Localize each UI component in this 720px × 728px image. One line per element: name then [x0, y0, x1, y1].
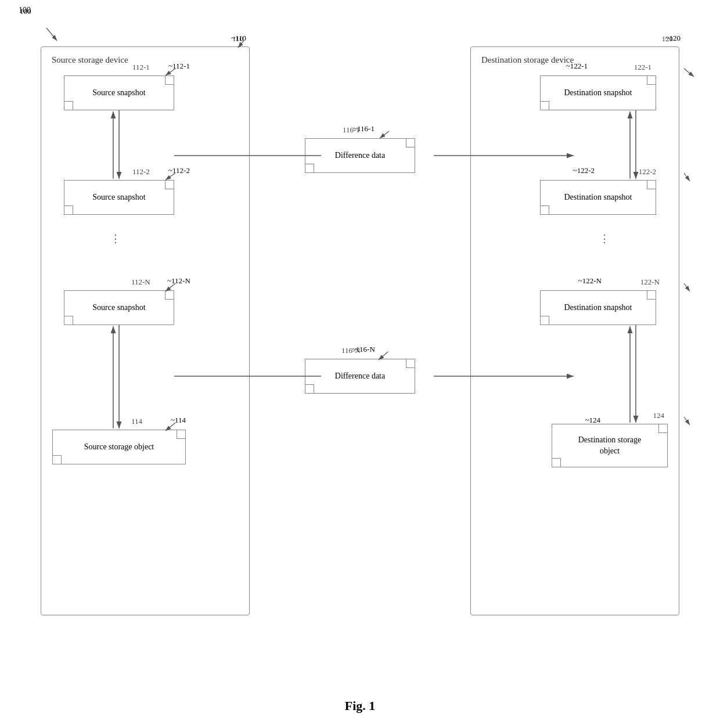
ref-114: 114	[131, 417, 142, 426]
svg-line-23	[684, 283, 690, 291]
ref-1221-label: ~122-1	[566, 62, 588, 71]
diff-data-1: Difference data	[305, 138, 415, 173]
source-storage-label: Source storage device	[52, 55, 128, 65]
ref-116n-label: ~116-N	[352, 345, 375, 354]
figure-label: Fig. 1	[345, 698, 376, 713]
ref-110-label: ~110	[231, 34, 246, 43]
svg-line-22	[684, 173, 690, 181]
ref-1122-label: ~112-2	[168, 166, 190, 175]
ref-1161-label: ~116-1	[353, 124, 375, 134]
ref-100-label: 100	[20, 7, 31, 16]
source-dots: ⋮	[110, 232, 121, 245]
source-object: Source storage object	[52, 430, 186, 464]
svg-line-25	[380, 131, 389, 138]
ref-112-1: 112-1	[132, 63, 150, 72]
dest-storage-label: Destination storage device	[481, 55, 574, 65]
ref-122-n: 122-N	[640, 277, 660, 287]
dest-snapshot-2: Destination snapshot	[540, 180, 656, 215]
dest-snapshot-n: Destination snapshot	[540, 290, 656, 325]
dest-snapshot-1: Destination snapshot	[540, 75, 656, 110]
svg-line-14	[46, 28, 57, 41]
dest-dots: ⋮	[599, 232, 610, 245]
ref-112n-label: ~112-N	[167, 276, 190, 286]
svg-line-24	[684, 417, 690, 425]
ref-124: 124	[653, 411, 665, 420]
source-snapshot-2: Source snapshot	[64, 180, 174, 215]
ref-1121-label: ~112-1	[168, 62, 190, 71]
ref-124-label: ~124	[585, 416, 600, 425]
dest-storage-box: Destination storage device 120	[470, 46, 679, 615]
diff-data-n: Difference data	[305, 359, 415, 394]
ref-114-label: ~114	[171, 416, 186, 425]
source-snapshot-n: Source snapshot	[64, 290, 174, 325]
ref-112-2: 112-2	[132, 167, 150, 176]
ref-1222-label: ~122-2	[573, 166, 595, 175]
dest-object: Destination storage object	[552, 424, 668, 467]
ref-122-1: 122-1	[634, 63, 651, 72]
diagram-container: 100 Source storage device 110 Destinatio…	[17, 12, 703, 682]
svg-line-21	[684, 69, 694, 77]
ref-122-2: 122-2	[639, 167, 656, 176]
ref-112-n: 112-N	[131, 277, 150, 287]
source-storage-box: Source storage device 110	[41, 46, 250, 615]
ref-122n-label: ~122-N	[578, 276, 602, 286]
source-snapshot-1: Source snapshot	[64, 75, 174, 110]
ref-120-label: ~120	[665, 34, 681, 43]
